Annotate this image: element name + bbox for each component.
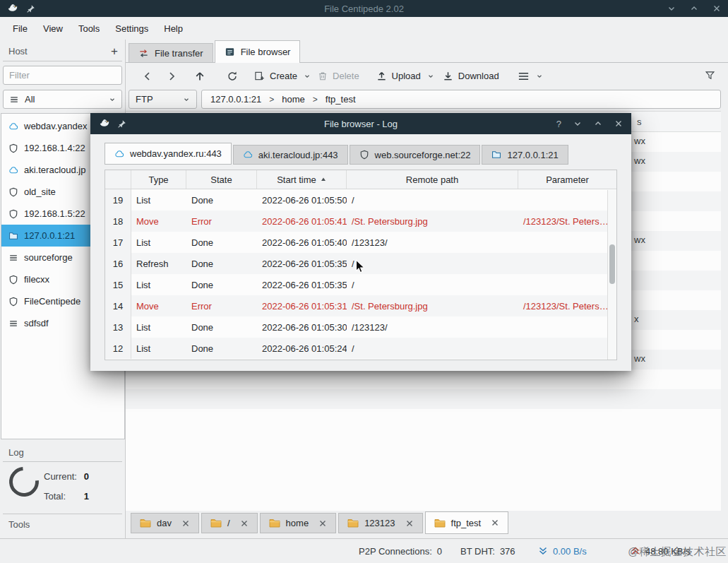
- refresh-button[interactable]: [220, 71, 244, 82]
- host-filter-value: All: [25, 94, 35, 105]
- up-button[interactable]: [188, 71, 212, 82]
- dialog-tab[interactable]: aki.teracloud.jp:443: [233, 145, 348, 165]
- scrollbar[interactable]: [607, 190, 616, 360]
- close-tab-icon[interactable]: [491, 518, 499, 527]
- window-maximize-button[interactable]: [690, 4, 698, 13]
- breadcrumb-item[interactable]: home: [261, 94, 305, 105]
- upload-icon: [376, 71, 387, 81]
- cloud-icon: [243, 150, 253, 160]
- breadcrumb-item[interactable]: ftp_test: [305, 94, 356, 105]
- menu-item[interactable]: Help: [157, 20, 190, 37]
- window-titlebar[interactable]: File Centipede 2.02: [0, 0, 728, 17]
- download-icon: [443, 71, 453, 81]
- session-tab-label: home: [286, 518, 309, 528]
- menu-item[interactable]: Settings: [108, 20, 155, 37]
- session-tab[interactable]: ftp_test: [425, 511, 509, 534]
- log-table-row[interactable]: 18 Move Error 2022-06-26 01:05:41 /St. P…: [105, 211, 616, 232]
- breadcrumb-item[interactable]: 127.0.0.1:21: [210, 94, 261, 105]
- log-table-row[interactable]: 19 List Done 2022-06-26 01:05:50 /: [105, 189, 616, 211]
- close-tab-icon[interactable]: [240, 519, 249, 528]
- protocol-dropdown[interactable]: FTP: [129, 90, 197, 109]
- help-button[interactable]: ?: [556, 119, 561, 129]
- permissions-fragment: wx: [634, 136, 645, 146]
- dialog-tab-label: web.sourceforge.net:22: [375, 150, 471, 160]
- folder-icon: [210, 518, 222, 528]
- more-menu-button[interactable]: [518, 71, 543, 81]
- log-table-row[interactable]: 13 List Done 2022-06-26 01:05:30 /123123…: [105, 316, 616, 338]
- roll-down-button[interactable]: [573, 119, 582, 128]
- row-number: 16: [105, 253, 131, 274]
- up-arrow-icon: [194, 71, 205, 82]
- host-section-label: Host: [8, 46, 28, 57]
- roll-up-button[interactable]: [594, 119, 602, 128]
- cell-parameter: [518, 338, 616, 359]
- dialog-tab[interactable]: web.sourceforge.net:22: [350, 145, 481, 165]
- filter-button[interactable]: [705, 70, 715, 83]
- cell-start-time: 2022-06-26 01:05:41: [257, 211, 347, 232]
- menu-icon: [9, 95, 19, 105]
- cell-remote-path: /: [347, 253, 518, 274]
- log-dialog: File browser - Log ? webdav.yandex.ru:44…: [90, 113, 631, 371]
- shield-icon: [8, 297, 18, 307]
- add-host-button[interactable]: +: [111, 45, 118, 57]
- log-table-header[interactable]: Type State Start time Remote path Parame…: [105, 170, 616, 189]
- dialog-titlebar[interactable]: File browser - Log ?: [90, 113, 631, 134]
- permissions-fragment: wx: [634, 353, 645, 364]
- upload-button[interactable]: Upload: [376, 71, 434, 81]
- menu-item[interactable]: File: [6, 20, 35, 37]
- dialog-tab[interactable]: webdav.yandex.ru:443: [105, 143, 232, 165]
- log-table-row[interactable]: 15 List Done 2022-06-26 01:05:35 /: [105, 274, 616, 295]
- host-filter-dropdown[interactable]: All: [3, 90, 122, 109]
- column-header-state[interactable]: State: [186, 170, 257, 189]
- upload-label: Upload: [392, 71, 421, 81]
- create-button[interactable]: Create: [254, 71, 311, 81]
- cell-remote-path: /: [347, 338, 518, 359]
- forward-button[interactable]: [160, 71, 184, 82]
- session-tab[interactable]: 123123: [338, 513, 422, 533]
- transfer-icon: [138, 48, 149, 59]
- folder-icon: [491, 150, 501, 160]
- dialog-tab[interactable]: 127.0.0.1:21: [482, 145, 568, 165]
- close-tab-icon[interactable]: [181, 519, 190, 528]
- main-tab[interactable]: File transfer: [129, 43, 213, 62]
- current-label: Current:: [44, 471, 77, 482]
- window-close-button[interactable]: [712, 4, 721, 13]
- cell-start-time: 2022-06-26 01:05:35: [257, 274, 347, 295]
- cell-remote-path: /: [347, 274, 518, 295]
- host-filter-input[interactable]: [3, 66, 122, 85]
- menu-item[interactable]: Tools: [71, 20, 107, 37]
- divider: [3, 514, 122, 514]
- close-tab-icon[interactable]: [318, 519, 327, 528]
- back-button[interactable]: [136, 71, 160, 82]
- close-tab-icon[interactable]: [405, 519, 414, 528]
- folder-icon: [347, 518, 359, 528]
- cell-start-time: 2022-06-26 01:05:30: [257, 316, 347, 338]
- pin-icon[interactable]: [117, 119, 126, 129]
- main-tab[interactable]: File browser: [215, 40, 301, 63]
- scrollbar-thumb[interactable]: [609, 244, 615, 284]
- dialog-close-button[interactable]: [614, 119, 623, 128]
- cell-parameter: [518, 189, 616, 211]
- cell-start-time: 2022-06-26 01:05:35: [257, 253, 347, 274]
- pin-icon[interactable]: [26, 4, 35, 13]
- column-header-index[interactable]: [105, 170, 131, 189]
- column-header-remote-path[interactable]: Remote path: [347, 170, 518, 189]
- shield-icon: [8, 209, 18, 219]
- log-table-row[interactable]: 14 Move Error 2022-06-26 01:05:31 /St. P…: [105, 295, 616, 316]
- session-tab[interactable]: home: [260, 513, 337, 533]
- delete-button[interactable]: Delete: [318, 71, 359, 81]
- log-table-row[interactable]: 17 List Done 2022-06-26 01:05:40 /123123…: [105, 232, 616, 253]
- session-tab[interactable]: /: [201, 513, 258, 533]
- trash-icon: [318, 71, 328, 81]
- cloud-icon: [8, 122, 18, 131]
- window-shade-button[interactable]: [667, 4, 676, 13]
- download-button[interactable]: Download: [443, 71, 499, 81]
- log-table-row[interactable]: 12 List Done 2022-06-26 01:05:24 /: [105, 338, 616, 359]
- session-tab[interactable]: dav: [131, 513, 199, 533]
- folder-icon: [140, 518, 151, 528]
- column-header-type[interactable]: Type: [131, 170, 186, 189]
- column-header-parameter[interactable]: Parameter: [518, 170, 616, 189]
- column-header-start-time[interactable]: Start time: [257, 170, 347, 189]
- menu-item[interactable]: View: [36, 20, 70, 37]
- permissions-fragment: wx: [634, 155, 645, 166]
